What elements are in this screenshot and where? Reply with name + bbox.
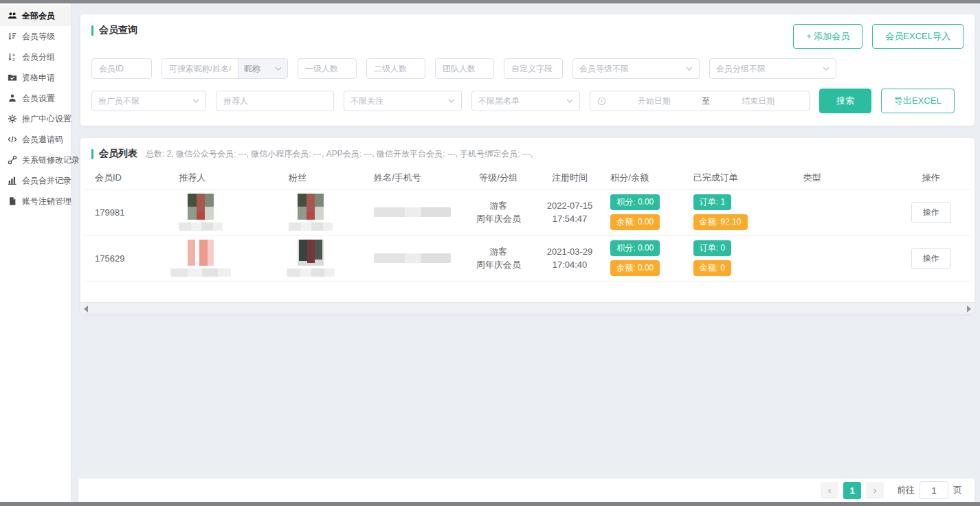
redacted-name — [179, 222, 223, 231]
actions-cell: 操作 — [886, 198, 971, 227]
member-id-cell: 179981 — [84, 203, 168, 222]
follow-value: 不限关注 — [350, 95, 383, 107]
member-excel-import-button[interactable]: 会员EXCEL导入 — [872, 24, 964, 49]
level-group-cell: 游客 周年庆会员 — [457, 195, 535, 230]
goto-page-input[interactable] — [920, 481, 948, 499]
sidebar-item-all-members[interactable]: 全部会员 — [0, 5, 71, 26]
next-page-button[interactable]: › — [866, 482, 884, 499]
col-header-member-id: 会员ID — [84, 168, 168, 188]
date-start-placeholder: 开始日期 — [610, 95, 698, 107]
users-icon — [8, 11, 17, 21]
sidebar-item-member-settings[interactable]: 会员设置 — [0, 88, 71, 108]
member-id-input[interactable] — [91, 58, 152, 79]
level1-count-input[interactable] — [298, 58, 357, 79]
redacted-avatar — [298, 240, 324, 266]
redacted-name — [287, 268, 335, 277]
sidebar-item-relation-log[interactable]: 关系链修改记录 — [0, 150, 71, 170]
sidebar-item-qualification[interactable]: 资格申请 — [0, 67, 71, 88]
level2-count-input[interactable] — [366, 58, 425, 79]
export-excel-button[interactable]: 导出EXCEL — [881, 89, 955, 113]
member-id-cell: 175629 — [84, 249, 168, 268]
redacted-avatar — [188, 240, 214, 266]
member-level-select[interactable]: 会员等级不限 — [572, 58, 700, 79]
reg-time-cell: 2022-07-15 17:54:47 — [535, 195, 600, 230]
redacted-text — [374, 253, 451, 263]
search-type-value: 昵称 — [244, 63, 260, 75]
sidebar-item-label: 会员分组 — [22, 51, 55, 63]
sort-alpha-icon: AZ — [8, 52, 17, 62]
row-action-button[interactable]: 操作 — [911, 248, 951, 269]
col-header-referrer: 推荐人 — [168, 168, 278, 188]
balance-badge: 余额: 0.00 — [610, 260, 660, 276]
col-header-fans: 粉丝 — [278, 168, 363, 188]
sidebar-item-label: 资格申请 — [22, 72, 55, 84]
file-icon — [8, 196, 17, 206]
sidebar: 全部会员 会员等级 AZ 会员分组 资格申请 会员设置 — [0, 3, 71, 502]
name-phone-cell — [363, 249, 456, 267]
scroll-right-arrow-icon[interactable] — [967, 306, 971, 312]
prev-page-button[interactable]: ‹ — [821, 482, 838, 499]
points-balance-cell: 积分: 0.00 余额: 0.00 — [599, 236, 682, 280]
reg-date: 2021-03-29 — [546, 245, 594, 259]
sidebar-item-label: 会员合并记录 — [22, 175, 71, 187]
sidebar-item-merge-log[interactable]: 会员合并记录 — [0, 170, 71, 191]
redacted-text — [374, 207, 451, 217]
scroll-left-arrow-icon[interactable] — [84, 306, 88, 312]
filter-row-2: 推广员不限 不限关注 不限黑名单 开始日期 至 结束日期 — [91, 89, 964, 113]
chevron-down-icon — [686, 67, 693, 71]
points-balance-cell: 积分: 0.00 余额: 0.00 — [599, 190, 682, 234]
sort-amount-icon — [8, 32, 17, 41]
col-header-points-balance: 积分/余额 — [599, 168, 682, 188]
list-panel-title: 会员列表 — [99, 148, 137, 160]
sidebar-item-label: 会员等级 — [22, 31, 55, 43]
search-type-select[interactable]: 昵称 — [238, 59, 287, 78]
table-row: 179981 — [84, 189, 971, 235]
member-group-select[interactable]: 会员分组不限 — [709, 58, 836, 79]
redacted-avatar — [188, 194, 214, 220]
sidebar-item-member-groups[interactable]: AZ 会员分组 — [0, 47, 71, 67]
sidebar-item-promotion-settings[interactable]: 推广中心设置 — [0, 108, 71, 129]
window-top-edge — [0, 0, 980, 3]
blacklist-select[interactable]: 不限黑名单 — [471, 91, 580, 111]
level-text: 游客 — [468, 245, 529, 259]
team-count-input[interactable] — [435, 58, 494, 79]
add-member-button[interactable]: + 添加会员 — [793, 24, 862, 49]
nickname-search-input[interactable] — [162, 59, 238, 78]
reg-time: 17:54:47 — [546, 212, 594, 226]
user-icon — [8, 93, 17, 103]
referrer-cell — [168, 189, 278, 235]
horizontal-scrollbar[interactable] — [80, 302, 975, 314]
code-icon — [8, 135, 17, 144]
goto-label: 前往 — [897, 484, 915, 496]
custom-field-input[interactable] — [504, 58, 563, 79]
follow-select[interactable]: 不限关注 — [344, 91, 462, 111]
link-icon — [8, 155, 17, 165]
type-cell — [792, 254, 885, 262]
name-phone-cell — [363, 203, 456, 221]
orders-badge: 订单: 1 — [693, 194, 731, 210]
date-range-picker[interactable]: 开始日期 至 结束日期 — [590, 91, 810, 111]
completed-orders-cell: 订单: 1 金额: 92.10 — [682, 190, 792, 234]
folder-check-icon — [8, 73, 17, 82]
page-1-button[interactable]: 1 — [843, 482, 861, 499]
col-header-level-group: 等级/分组 — [457, 168, 535, 188]
sidebar-item-member-levels[interactable]: 会员等级 — [0, 26, 71, 47]
sidebar-item-label: 账号注销管理 — [22, 196, 71, 207]
search-button[interactable]: 搜索 — [819, 89, 871, 113]
points-badge: 积分: 0.00 — [610, 240, 660, 256]
referrer-input[interactable] — [216, 91, 334, 111]
background-spacer — [80, 314, 975, 479]
title-accent-bar — [91, 149, 93, 159]
amount-badge: 金额: 0 — [693, 260, 731, 276]
sidebar-item-invite-code[interactable]: 会员邀请码 — [0, 129, 71, 150]
chevron-down-icon — [448, 99, 455, 103]
sidebar-item-account-cancellation[interactable]: 账号注销管理 — [0, 191, 71, 211]
amount-badge: 金额: 92.10 — [693, 214, 748, 230]
referrer-cell — [168, 235, 278, 281]
gear-icon — [8, 114, 17, 124]
table-row: 175629 — [84, 235, 971, 281]
chevron-down-icon — [823, 67, 829, 71]
promoter-select[interactable]: 推广员不限 — [91, 91, 206, 111]
sidebar-item-label: 会员设置 — [22, 93, 55, 104]
row-action-button[interactable]: 操作 — [911, 202, 951, 223]
